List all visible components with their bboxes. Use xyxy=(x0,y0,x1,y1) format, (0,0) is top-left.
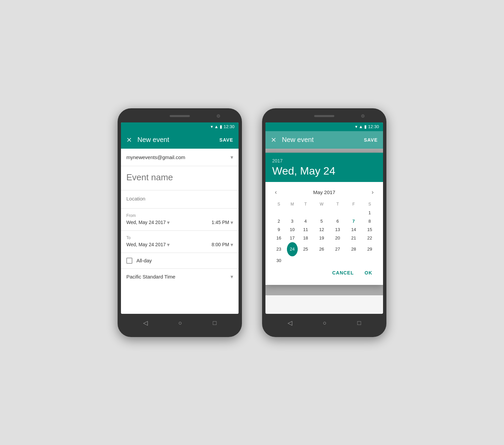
from-time-select[interactable]: 1:45 PM ▾ xyxy=(212,219,233,226)
cal-day[interactable]: 20 xyxy=(330,234,346,242)
cal-actions: CANCEL OK xyxy=(271,265,378,280)
save-button-1[interactable]: SAVE xyxy=(219,137,233,143)
from-time-text: 1:45 PM xyxy=(212,220,229,225)
cal-day[interactable]: 3 xyxy=(287,217,298,225)
cal-day[interactable]: 15 xyxy=(362,225,378,234)
ok-button[interactable]: OK xyxy=(362,267,375,278)
cal-day xyxy=(298,256,314,265)
cal-day[interactable]: 9 xyxy=(271,225,287,234)
cal-day[interactable]: 24 xyxy=(287,242,298,256)
allday-label: All-day xyxy=(136,258,152,263)
cal-day[interactable]: 13 xyxy=(330,225,346,234)
cal-day[interactable]: 27 xyxy=(330,242,346,256)
event-name-section xyxy=(121,166,239,190)
cal-day[interactable]: 22 xyxy=(362,234,378,242)
wifi-icon-2: ▾ xyxy=(355,124,358,129)
home-button-2[interactable]: ○ xyxy=(323,320,327,327)
screen-2: ▾ ▲ ▮ 12:30 ✕ New event SAVE 2017 Wed, M… xyxy=(265,122,383,314)
location-input[interactable] xyxy=(126,194,233,203)
email-dropdown-icon[interactable]: ▾ xyxy=(230,154,233,160)
cancel-button[interactable]: CANCEL xyxy=(330,267,356,278)
back-button-2[interactable]: ◁ xyxy=(288,319,292,327)
cal-weekday: T xyxy=(330,200,346,209)
cal-day[interactable]: 19 xyxy=(313,234,330,242)
cal-day[interactable]: 14 xyxy=(346,225,362,234)
cal-day[interactable]: 12 xyxy=(313,225,330,234)
cal-year: 2017 xyxy=(272,158,376,163)
cal-day[interactable]: 2 xyxy=(271,217,287,225)
from-date-dropdown-icon: ▾ xyxy=(167,219,170,226)
cal-day[interactable]: 1 xyxy=(362,209,378,217)
next-month-button[interactable]: › xyxy=(369,187,376,197)
time-1: 12:30 xyxy=(223,124,235,129)
signal-icon-1: ▲ xyxy=(214,124,219,129)
allday-checkbox[interactable] xyxy=(126,258,132,264)
app-bar-title-2: New event xyxy=(282,136,359,144)
speaker-1 xyxy=(170,115,190,117)
cal-day[interactable]: 29 xyxy=(362,242,378,256)
cal-day[interactable]: 5 xyxy=(313,217,330,225)
cal-month-label: May 2017 xyxy=(313,189,335,195)
close-button-1[interactable]: ✕ xyxy=(126,136,132,144)
cal-header: 2017 Wed, May 24 xyxy=(265,153,383,182)
cal-day[interactable]: 10 xyxy=(287,225,298,234)
cal-day[interactable]: 16 xyxy=(271,234,287,242)
time-2: 12:30 xyxy=(368,124,379,129)
cal-nav: ‹ May 2017 › xyxy=(271,185,378,200)
email-row[interactable]: mynewevents@gmail.com ▾ xyxy=(121,149,239,166)
cal-grid: SMTWTFS 12345678910111213141516171819202… xyxy=(271,200,378,265)
cal-day[interactable]: 23 xyxy=(271,242,287,256)
back-button-1[interactable]: ◁ xyxy=(143,319,148,327)
to-date-select[interactable]: Wed, May 24 2017 ▾ xyxy=(126,242,170,248)
screen-1: ▾ ▲ ▮ 12:30 ✕ New event SAVE mynewevents… xyxy=(121,122,239,314)
calendar-dialog: 2017 Wed, May 24 ‹ May 2017 › SMTWTFS 12… xyxy=(265,153,383,285)
cal-week-row: 9101112131415 xyxy=(271,225,378,234)
from-section: From Wed, May 24 2017 ▾ 1:45 PM ▾ xyxy=(121,209,239,231)
cal-week-row: 23242526272829 xyxy=(271,242,378,256)
close-button-2[interactable]: ✕ xyxy=(271,136,277,144)
app-bar-2: ✕ New event SAVE xyxy=(265,131,383,149)
recent-button-1[interactable]: □ xyxy=(213,320,216,327)
cal-day[interactable]: 4 xyxy=(298,217,314,225)
cal-day xyxy=(330,209,346,217)
home-button-1[interactable]: ○ xyxy=(178,320,182,327)
app-bar-1: ✕ New event SAVE xyxy=(121,131,239,149)
cal-body: ‹ May 2017 › SMTWTFS 1234567891011121314… xyxy=(265,182,383,285)
cal-day[interactable]: 25 xyxy=(298,242,314,256)
camera-2 xyxy=(361,114,365,118)
cal-day xyxy=(287,256,298,265)
status-bar-1: ▾ ▲ ▮ 12:30 xyxy=(121,122,239,131)
cal-day xyxy=(346,209,362,217)
event-name-input[interactable] xyxy=(126,170,233,185)
to-time-select[interactable]: 8:00 PM ▾ xyxy=(212,242,233,248)
save-button-2[interactable]: SAVE xyxy=(364,137,378,143)
phone-top-2 xyxy=(265,113,383,122)
cal-day[interactable]: 8 xyxy=(362,217,378,225)
cal-day[interactable]: 21 xyxy=(346,234,362,242)
cal-day[interactable]: 28 xyxy=(346,242,362,256)
to-date-dropdown-icon: ▾ xyxy=(167,242,170,248)
allday-row[interactable]: All-day xyxy=(121,253,239,268)
to-time-text: 8:00 PM xyxy=(212,242,229,247)
cal-day[interactable]: 17 xyxy=(287,234,298,242)
cal-day[interactable]: 11 xyxy=(298,225,314,234)
cal-day[interactable]: 26 xyxy=(313,242,330,256)
timezone-row[interactable]: Pacific Standard Time ▾ xyxy=(121,268,239,285)
cal-day[interactable]: 18 xyxy=(298,234,314,242)
cal-day[interactable]: 7 xyxy=(346,217,362,225)
recent-button-2[interactable]: □ xyxy=(357,320,361,327)
cal-day[interactable]: 6 xyxy=(330,217,346,225)
prev-month-button[interactable]: ‹ xyxy=(272,187,280,197)
from-time-dropdown-icon: ▾ xyxy=(230,219,233,226)
camera-1 xyxy=(217,114,220,118)
to-date-time-row: Wed, May 24 2017 ▾ 8:00 PM ▾ xyxy=(126,242,233,248)
cal-day xyxy=(298,209,314,217)
cal-weekday: S xyxy=(271,200,287,209)
timezone-dropdown-icon: ▾ xyxy=(230,273,233,280)
location-section xyxy=(121,190,239,209)
cal-day[interactable]: 30 xyxy=(271,256,287,265)
cal-week-row: 16171819202122 xyxy=(271,234,378,242)
battery-icon-1: ▮ xyxy=(220,124,222,129)
cal-week-row: 1 xyxy=(271,209,378,217)
from-date-select[interactable]: Wed, May 24 2017 ▾ xyxy=(126,219,170,226)
